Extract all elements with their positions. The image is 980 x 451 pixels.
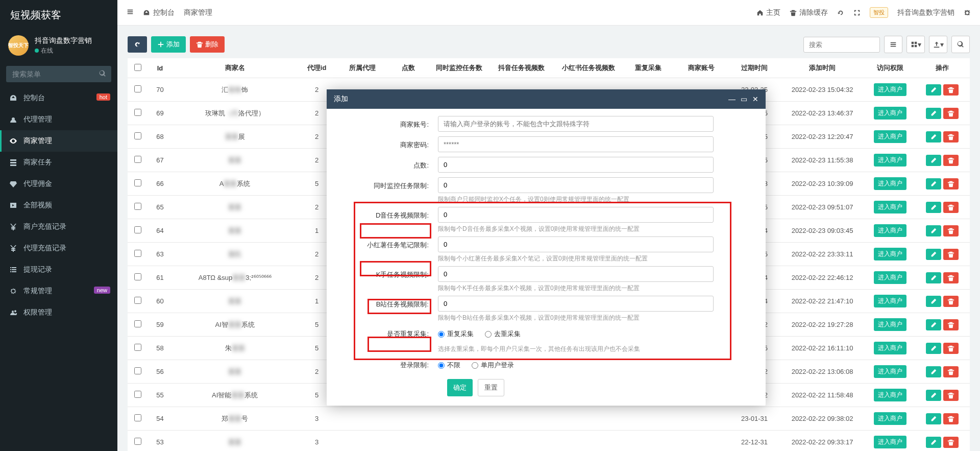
- row-delete-button[interactable]: [943, 84, 959, 96]
- table-header-5[interactable]: 点数: [389, 58, 428, 78]
- row-checkbox[interactable]: [134, 391, 141, 398]
- minimize-icon[interactable]: —: [728, 95, 736, 103]
- edit-button[interactable]: [926, 108, 941, 119]
- edit-button[interactable]: [926, 178, 941, 189]
- table-header-11[interactable]: 过期时间: [730, 58, 779, 78]
- table-header-6[interactable]: 同时监控任务数: [428, 58, 490, 78]
- row-delete-button[interactable]: [943, 131, 959, 143]
- row-delete-button[interactable]: [943, 225, 959, 236]
- row-checkbox[interactable]: [134, 85, 141, 92]
- edit-button[interactable]: [926, 343, 941, 354]
- sidebar-item-5[interactable]: 全部视频: [0, 195, 117, 216]
- sidebar-item-10[interactable]: 权限管理: [0, 302, 117, 323]
- enter-merchant-button[interactable]: 进入商户: [874, 83, 906, 96]
- sidebar-item-0[interactable]: 控制台hot: [0, 87, 117, 109]
- confirm-button[interactable]: 确定: [447, 379, 473, 396]
- douyin-input[interactable]: [438, 207, 714, 223]
- edit-button[interactable]: [926, 437, 941, 448]
- row-delete-button[interactable]: [943, 296, 959, 307]
- edit-button[interactable]: [926, 390, 941, 401]
- row-checkbox[interactable]: [134, 132, 141, 139]
- row-delete-button[interactable]: [943, 249, 959, 260]
- edit-button[interactable]: [926, 84, 941, 96]
- row-checkbox[interactable]: [134, 226, 141, 233]
- password-input[interactable]: [438, 136, 714, 152]
- enter-merchant-button[interactable]: 进入商户: [874, 130, 906, 143]
- table-header-9[interactable]: 重复采集: [624, 58, 672, 78]
- row-checkbox[interactable]: [134, 320, 141, 327]
- row-delete-button[interactable]: [943, 343, 959, 354]
- sidebar-item-7[interactable]: 代理充值记录: [0, 238, 117, 259]
- row-delete-button[interactable]: [943, 413, 959, 424]
- export-button[interactable]: ▾: [929, 36, 947, 53]
- select-all-checkbox[interactable]: [134, 64, 141, 71]
- table-header-0[interactable]: [128, 58, 148, 78]
- table-header-10[interactable]: 商家账号: [673, 58, 730, 78]
- row-delete-button[interactable]: [943, 178, 959, 189]
- row-checkbox[interactable]: [134, 414, 141, 421]
- row-delete-button[interactable]: [943, 272, 959, 283]
- enter-merchant-button[interactable]: 进入商户: [874, 412, 906, 425]
- edit-button[interactable]: [926, 202, 941, 213]
- row-checkbox[interactable]: [134, 367, 141, 374]
- sidebar-item-3[interactable]: 商家任务: [0, 152, 117, 173]
- edit-button[interactable]: [926, 413, 941, 424]
- repeat-opt1[interactable]: 重复采集: [438, 329, 474, 339]
- row-delete-button[interactable]: [943, 437, 959, 448]
- enter-merchant-button[interactable]: 进入商户: [874, 107, 906, 120]
- edit-button[interactable]: [926, 319, 941, 330]
- table-header-4[interactable]: 所属代理: [336, 58, 389, 78]
- login-opt1[interactable]: 不限: [438, 361, 460, 370]
- fullscreen-icon[interactable]: [853, 9, 861, 16]
- row-checkbox[interactable]: [134, 250, 141, 257]
- row-checkbox[interactable]: [134, 109, 141, 116]
- row-checkbox[interactable]: [134, 297, 141, 304]
- breadcrumb-current[interactable]: 商家管理: [184, 8, 212, 17]
- row-checkbox[interactable]: [134, 273, 141, 280]
- xhs-input[interactable]: [438, 236, 714, 252]
- search-button[interactable]: [951, 36, 970, 53]
- row-checkbox[interactable]: [134, 156, 141, 163]
- edit-button[interactable]: [926, 225, 941, 236]
- edit-button[interactable]: [926, 249, 941, 260]
- breadcrumb-dashboard[interactable]: 控制台: [143, 8, 175, 17]
- sidebar-item-9[interactable]: 常规管理new: [0, 280, 117, 302]
- edit-button[interactable]: [926, 366, 941, 377]
- view-list-button[interactable]: [884, 36, 902, 53]
- table-search-input[interactable]: [803, 37, 880, 53]
- kuaishou-input[interactable]: [438, 266, 714, 282]
- refresh-button[interactable]: [128, 36, 147, 53]
- enter-merchant-button[interactable]: 进入商户: [874, 342, 906, 354]
- enter-merchant-button[interactable]: 进入商户: [874, 389, 906, 401]
- sidebar-search-input[interactable]: [6, 66, 111, 82]
- table-header-14[interactable]: 操作: [915, 58, 970, 78]
- table-header-2[interactable]: 商家名: [173, 58, 298, 78]
- edit-button[interactable]: [926, 296, 941, 307]
- enter-merchant-button[interactable]: 进入商户: [874, 365, 906, 378]
- sidebar-item-1[interactable]: 代理管理: [0, 109, 117, 130]
- home-link[interactable]: 主页: [756, 8, 780, 17]
- enter-merchant-button[interactable]: 进入商户: [874, 318, 906, 331]
- row-checkbox[interactable]: [134, 438, 141, 445]
- refresh-icon[interactable]: [837, 9, 844, 16]
- enter-merchant-button[interactable]: 进入商户: [874, 248, 906, 260]
- edit-button[interactable]: [926, 131, 941, 143]
- enter-merchant-button[interactable]: 进入商户: [874, 177, 906, 190]
- enter-merchant-button[interactable]: 进入商户: [874, 271, 906, 284]
- enter-merchant-button[interactable]: 进入商户: [874, 224, 906, 237]
- close-icon[interactable]: ✕: [752, 95, 758, 103]
- row-checkbox[interactable]: [134, 344, 141, 351]
- row-checkbox[interactable]: [134, 179, 141, 186]
- row-delete-button[interactable]: [943, 319, 959, 330]
- table-header-13[interactable]: 访问权限: [866, 58, 915, 78]
- sidebar-item-2[interactable]: 商家管理: [0, 130, 117, 152]
- add-button[interactable]: 添加: [151, 36, 186, 53]
- sidebar-item-8[interactable]: 提现记录: [0, 259, 117, 280]
- maximize-icon[interactable]: ▭: [741, 95, 747, 103]
- row-delete-button[interactable]: [943, 155, 959, 166]
- row-delete-button[interactable]: [943, 202, 959, 213]
- sidebar-item-4[interactable]: 代理佣金: [0, 173, 117, 195]
- table-header-3[interactable]: 代理id: [298, 58, 336, 78]
- table-header-8[interactable]: 小红书任务视频数: [553, 58, 625, 78]
- settings-icon[interactable]: [964, 9, 971, 16]
